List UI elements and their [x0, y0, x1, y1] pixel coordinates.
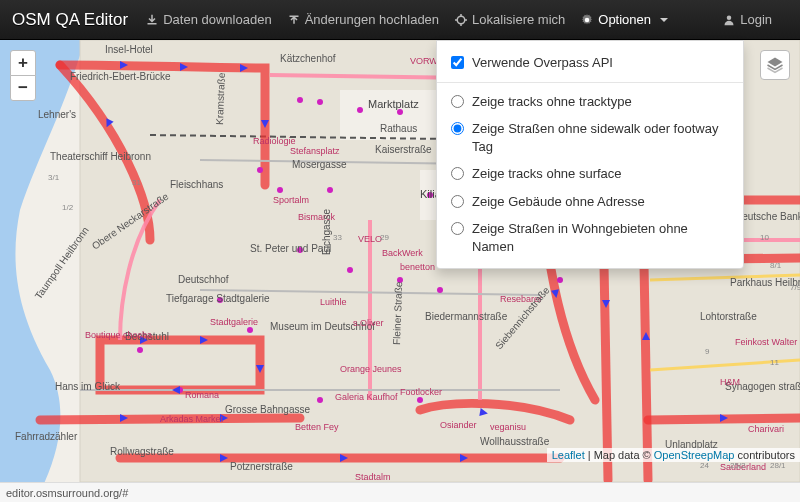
label-rollwag: Rollwagstraße — [110, 446, 174, 457]
nav-upload-label: Änderungen hochladen — [305, 12, 439, 27]
navbar: OSM QA Editor Daten downloaden Änderunge… — [0, 0, 800, 40]
layers-control[interactable] — [760, 50, 790, 80]
label-feinkost: Feinkost Walter — [735, 337, 797, 347]
svg-text:28/1: 28/1 — [770, 461, 786, 470]
label-tiefgarage: Tiefgarage Stadtgalerie — [166, 293, 270, 304]
label-veganisu: veganisu — [490, 422, 526, 432]
opt-address[interactable]: Zeige Gebäude ohne Adresse — [437, 188, 743, 216]
opt-residential[interactable]: Zeige Straßen in Wohngebieten ohne Namen — [437, 215, 743, 260]
chevron-down-icon — [660, 18, 668, 22]
nav-login[interactable]: Login — [723, 12, 772, 27]
svg-point-24 — [317, 397, 323, 403]
nav-download[interactable]: Daten downloaden — [146, 12, 271, 27]
opt-tracktype-label: Zeige tracks ohne tracktype — [472, 93, 632, 111]
svg-text:10: 10 — [760, 233, 769, 242]
label-luithle: Luithle — [320, 297, 347, 307]
opt-overpass-checkbox[interactable] — [451, 56, 464, 69]
label-backwerk: BackWerk — [382, 248, 423, 258]
attr-tail: contributors — [734, 449, 795, 461]
opt-address-radio[interactable] — [451, 195, 464, 208]
label-osiander: Osiander — [440, 420, 477, 430]
opt-residential-radio[interactable] — [451, 222, 464, 235]
nav-download-label: Daten downloaden — [163, 12, 271, 27]
label-katzchenhof: Kätzchenhof — [280, 53, 336, 64]
brand: OSM QA Editor — [12, 10, 128, 30]
label-theaterschiff: Theaterschiff Heibronn — [50, 151, 151, 162]
label-lehners: Lehner's — [38, 109, 76, 120]
nav-options[interactable]: Optionen — [581, 12, 668, 27]
layers-icon — [766, 56, 784, 74]
label-benetton: benetton — [400, 262, 435, 272]
svg-point-21 — [247, 327, 253, 333]
svg-text:25/2: 25/2 — [730, 461, 746, 470]
svg-text:3/1: 3/1 — [48, 173, 60, 182]
opt-sidewalk-label: Zeige Straßen ohne sidewalk oder footway… — [472, 120, 729, 155]
label-charivari: Charivari — [748, 424, 784, 434]
label-galeriakaufhof: Galeria Kaufhof — [335, 392, 398, 402]
label-fleinerstr: Fleiner Straße — [391, 281, 404, 345]
svg-point-19 — [437, 287, 443, 293]
nav-options-label: Optionen — [598, 12, 651, 27]
label-stpeter: St. Peter und Paul — [250, 243, 331, 254]
label-footlocker: Footlocker — [400, 387, 442, 397]
svg-point-13 — [327, 187, 333, 193]
label-stadtgalerie: Stadtgalerie — [210, 317, 258, 327]
label-orangejeunes: Orange Jeunes — [340, 364, 402, 374]
zoom-out-button[interactable]: − — [10, 75, 36, 101]
svg-point-12 — [277, 187, 283, 193]
opt-surface[interactable]: Zeige tracks ohne surface — [437, 160, 743, 188]
label-hansimgluck: Hans im Glück — [55, 381, 121, 392]
label-deutschhof: Deutschhof — [178, 274, 229, 285]
label-insel-hotel: Insel-Hotel — [105, 44, 153, 55]
label-soliver: s.Oliver — [353, 318, 384, 328]
dropdown-separator — [437, 82, 743, 83]
svg-text:8/1: 8/1 — [770, 261, 782, 270]
svg-point-11 — [257, 167, 263, 173]
label-boutique: Boutique chocha — [85, 330, 152, 340]
leaflet-link[interactable]: Leaflet — [552, 449, 585, 461]
svg-point-2 — [727, 15, 732, 20]
opt-residential-label: Zeige Straßen in Wohngebieten ohne Namen — [472, 220, 729, 255]
label-kramstrasse: Kramstraße — [214, 72, 227, 125]
upload-icon — [288, 14, 300, 26]
label-romana: Romana — [185, 390, 219, 400]
label-wollhaus: Wollhausstraße — [480, 436, 550, 447]
gear-icon — [581, 14, 593, 26]
label-grosse-bahngasse: Grosse Bahngasse — [225, 404, 310, 415]
label-sportalm: Sportalm — [273, 195, 309, 205]
opt-surface-radio[interactable] — [451, 167, 464, 180]
label-bettenfey: Betten Fey — [295, 422, 339, 432]
svg-point-7 — [297, 97, 303, 103]
status-bar: editor.osmsurround.org/# — [0, 482, 800, 502]
svg-point-22 — [137, 347, 143, 353]
download-icon — [146, 14, 158, 26]
nav-upload[interactable]: Änderungen hochladen — [288, 12, 439, 27]
svg-text:33: 33 — [333, 233, 342, 242]
svg-text:11: 11 — [770, 358, 779, 367]
opt-overpass-label: Verwende Overpass API — [472, 54, 613, 72]
svg-point-0 — [457, 16, 465, 24]
svg-point-26 — [557, 277, 563, 283]
osm-link[interactable]: OpenStreepMap — [654, 449, 735, 461]
label-stadtalm: Stadtalm — [355, 472, 391, 482]
opt-sidewalk-radio[interactable] — [451, 122, 464, 135]
svg-text:9: 9 — [705, 347, 710, 356]
label-hm: H&M — [720, 377, 740, 387]
label-marktplatz: Marktplatz — [368, 98, 419, 110]
label-stefansplatz: Stefansplatz — [290, 146, 340, 156]
opt-sidewalk[interactable]: Zeige Straßen ohne sidewalk oder footway… — [437, 115, 743, 160]
opt-address-label: Zeige Gebäude ohne Adresse — [472, 193, 645, 211]
opt-overpass[interactable]: Verwende Overpass API — [437, 49, 743, 77]
label-eichgasse: Eichgasse — [321, 208, 332, 255]
svg-point-8 — [317, 99, 323, 105]
opt-tracktype-radio[interactable] — [451, 95, 464, 108]
label-mosergasse: Mosergasse — [292, 159, 347, 170]
nav-locate[interactable]: Lokalisiere mich — [455, 12, 565, 27]
svg-text:29: 29 — [380, 233, 389, 242]
label-arkadas: Arkadas Market — [160, 414, 224, 424]
nav-locate-label: Lokalisiere mich — [472, 12, 565, 27]
label-kaiserstrasse: Kaiserstraße — [375, 144, 432, 155]
opt-tracktype[interactable]: Zeige tracks ohne tracktype — [437, 88, 743, 116]
svg-text:1/2: 1/2 — [62, 203, 74, 212]
zoom-in-button[interactable]: + — [10, 50, 36, 76]
